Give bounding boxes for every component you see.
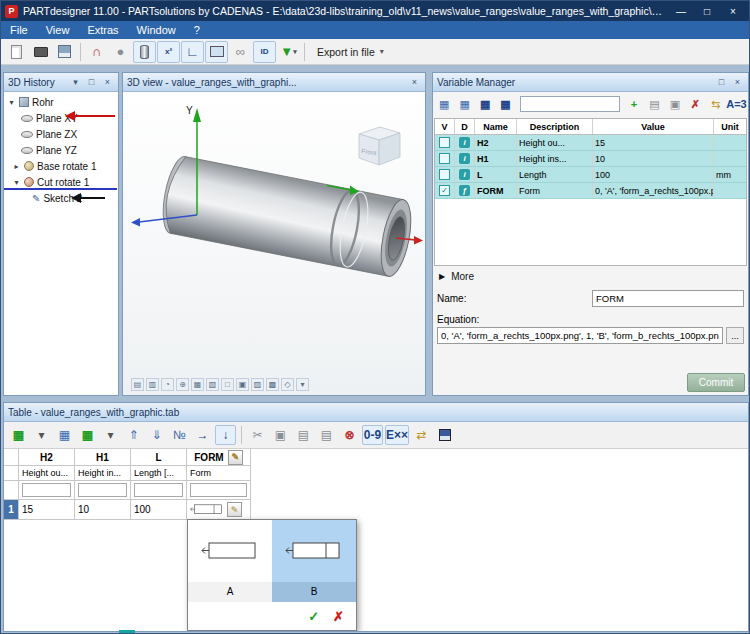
mini-dropdown-icon[interactable]: ▾ bbox=[296, 378, 309, 391]
col-header-value[interactable]: Value bbox=[593, 119, 714, 134]
visibility-checkbox-icon[interactable] bbox=[439, 169, 450, 180]
magnet-button[interactable]: ∩ bbox=[85, 41, 108, 63]
variables-button[interactable]: x² bbox=[157, 41, 180, 63]
col-header-name[interactable]: Name bbox=[475, 119, 517, 134]
variable-row-h1[interactable]: i H1 Height ins... 10 bbox=[435, 151, 746, 167]
save-table-button[interactable] bbox=[434, 425, 455, 445]
info-icon[interactable]: i bbox=[459, 153, 470, 164]
copy-icon[interactable]: ▣ bbox=[270, 425, 291, 445]
tree-item-plane-yz[interactable]: Plane YZ bbox=[4, 142, 118, 158]
grid-view-icon[interactable]: ▦ bbox=[435, 95, 453, 113]
variable-search-input[interactable] bbox=[520, 96, 620, 112]
mini-solid-icon[interactable]: ▣ bbox=[236, 378, 249, 391]
tree-item-plane-xy[interactable]: Plane XY bbox=[4, 110, 118, 126]
col-header-d[interactable]: D bbox=[455, 119, 475, 134]
tree-item-plane-zx[interactable]: Plane ZX bbox=[4, 126, 118, 142]
move-right-icon[interactable]: → bbox=[192, 425, 213, 445]
variable-row-form[interactable]: ✓ ƒ FORM Form 0, 'A', 'form_a_rechts_100… bbox=[435, 183, 746, 199]
more-expander[interactable]: ▶ More bbox=[433, 266, 748, 287]
mini-texture-icon[interactable]: ▩ bbox=[266, 378, 279, 391]
variable-value[interactable]: 15 bbox=[593, 135, 714, 150]
add-variable-icon[interactable]: + bbox=[625, 95, 643, 113]
cell-form[interactable]: ✎ bbox=[187, 500, 251, 520]
export-in-file-button[interactable]: Export in file ▾ bbox=[309, 44, 392, 60]
variable-value[interactable]: 10 bbox=[593, 151, 714, 166]
view3d-panel-header[interactable]: 3D view - value_ranges_with_graphi... × bbox=[123, 73, 425, 92]
coordinate-system-button[interactable]: ∟ bbox=[181, 41, 204, 63]
close-button[interactable]: × bbox=[721, 3, 745, 19]
equation-input[interactable] bbox=[437, 327, 723, 344]
table-panel-header[interactable]: Table - value_ranges_with_graphic.tab bbox=[4, 403, 748, 422]
col-header-v[interactable]: V bbox=[435, 119, 455, 134]
edit-form-cell-icon[interactable]: ✎ bbox=[227, 502, 242, 517]
visibility-checked-icon[interactable]: ✓ bbox=[439, 185, 450, 196]
cell-h2[interactable]: 15 bbox=[19, 500, 75, 520]
col-header-h2[interactable]: H2 bbox=[19, 449, 75, 466]
row-number[interactable]: 1 bbox=[4, 500, 19, 520]
form-option-a[interactable] bbox=[188, 520, 272, 582]
delete-variable-icon[interactable]: ✗ bbox=[686, 95, 704, 113]
cancel-icon[interactable]: ✗ bbox=[333, 609, 344, 624]
id-button[interactable]: ID bbox=[253, 41, 276, 63]
menu-view[interactable]: View bbox=[37, 21, 79, 39]
mini-view-icon[interactable]: ▤ bbox=[131, 378, 144, 391]
variable-row-h2[interactable]: i H2 Height ou... 15 bbox=[435, 135, 746, 151]
tree-item-base-rotate[interactable]: ▸ Base rotate 1 bbox=[4, 158, 118, 174]
col-header-l[interactable]: L bbox=[131, 449, 187, 466]
mini-wireframe-icon[interactable]: □ bbox=[221, 378, 234, 391]
translate-icon[interactable]: ⇆ bbox=[707, 95, 725, 113]
browse-equation-button[interactable]: ... bbox=[726, 327, 744, 344]
menu-window[interactable]: Window bbox=[128, 21, 185, 39]
assign-icon[interactable]: A=3 bbox=[727, 95, 746, 113]
col-header-unit[interactable]: Unit bbox=[714, 119, 746, 134]
grid-values-icon[interactable]: ▦ bbox=[496, 95, 514, 113]
new-file-button[interactable] bbox=[5, 41, 28, 63]
viewport-button[interactable] bbox=[205, 41, 228, 63]
paste-icon[interactable]: ▤ bbox=[645, 95, 663, 113]
formula-mode-icon[interactable]: E×× bbox=[385, 425, 409, 445]
titlebar[interactable]: P PARTdesigner 11.00 - PARTsolutions by … bbox=[1, 1, 749, 21]
delete-icon[interactable]: ⊗ bbox=[339, 425, 360, 445]
number-format-icon[interactable]: 0-9 bbox=[362, 425, 383, 445]
filter-input-h1[interactable] bbox=[78, 483, 127, 497]
chevron-down-icon[interactable]: ▾ bbox=[100, 425, 121, 445]
insert-row-above-icon[interactable]: ⇑ bbox=[123, 425, 144, 445]
commit-button[interactable]: Commit bbox=[687, 373, 745, 392]
grid-detail-icon[interactable]: ▦ bbox=[455, 95, 473, 113]
expander-open-icon[interactable]: ▾ bbox=[12, 178, 21, 187]
name-input[interactable] bbox=[592, 290, 744, 307]
cell-h1[interactable]: 10 bbox=[75, 500, 131, 520]
move-down-icon[interactable]: ↓ bbox=[215, 425, 236, 445]
renumber-icon[interactable]: № bbox=[169, 425, 190, 445]
cylinder-tool-button[interactable] bbox=[133, 41, 156, 63]
col-header-description[interactable]: Description bbox=[517, 119, 593, 134]
close-icon[interactable]: × bbox=[731, 76, 744, 89]
mini-section-icon[interactable]: ▨ bbox=[251, 378, 264, 391]
menu-file[interactable]: File bbox=[1, 21, 37, 39]
table-icon[interactable]: ▦ bbox=[54, 425, 75, 445]
pin-icon[interactable]: ▾ bbox=[69, 76, 82, 89]
menu-help[interactable]: ? bbox=[185, 21, 209, 39]
variable-manager-header[interactable]: Variable Manager □ × bbox=[433, 73, 748, 92]
open-button[interactable] bbox=[29, 41, 52, 63]
save-button[interactable] bbox=[53, 41, 76, 63]
variable-row-l[interactable]: i L Length 100 mm bbox=[435, 167, 746, 183]
tree-item-rohr[interactable]: ▾ Rohr bbox=[4, 94, 118, 110]
form-option-b[interactable] bbox=[272, 520, 356, 582]
expander-open-icon[interactable]: ▾ bbox=[7, 98, 16, 107]
filter-input-h2[interactable] bbox=[22, 483, 71, 497]
expander-closed-icon[interactable]: ▸ bbox=[12, 162, 21, 171]
function-icon[interactable]: ƒ bbox=[459, 185, 470, 196]
form-option-a-label[interactable]: A bbox=[188, 582, 272, 602]
chevron-down-icon[interactable]: ▾ bbox=[31, 425, 52, 445]
edit-form-column-icon[interactable]: ✎ bbox=[228, 450, 243, 465]
green-dropdown-button[interactable]: ▼ ▾ bbox=[277, 41, 300, 63]
menu-extras[interactable]: Extras bbox=[78, 21, 127, 39]
accept-icon[interactable]: ✓ bbox=[308, 609, 319, 624]
filter-input-form[interactable] bbox=[190, 483, 247, 497]
tree-item-sketch-2[interactable]: ✎ Sketch 2 bbox=[4, 190, 118, 206]
history-panel-header[interactable]: 3D History ▾ □ × bbox=[4, 73, 118, 92]
close-icon[interactable]: × bbox=[101, 76, 114, 89]
minimize-button[interactable]: — bbox=[669, 3, 693, 19]
copy-icon[interactable]: ▣ bbox=[666, 95, 684, 113]
